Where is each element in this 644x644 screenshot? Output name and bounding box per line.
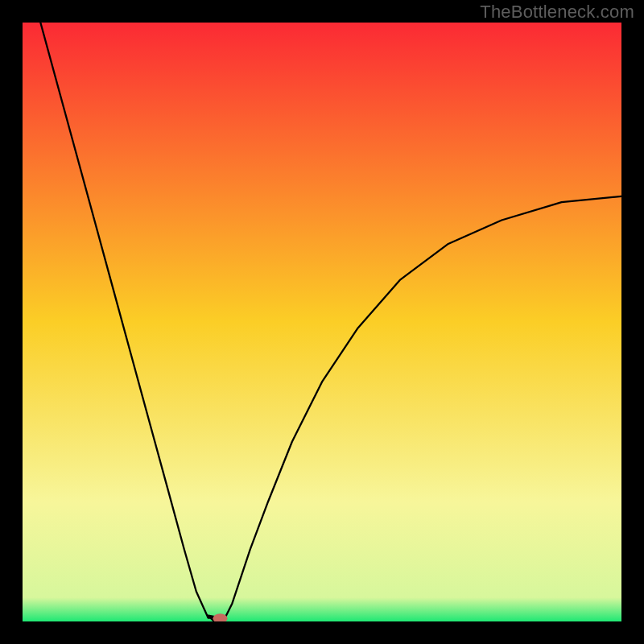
bottleneck-chart xyxy=(23,23,621,621)
plot-background xyxy=(23,23,621,621)
chart-frame: TheBottleneck.com xyxy=(0,0,644,644)
watermark-text: TheBottleneck.com xyxy=(480,2,634,23)
